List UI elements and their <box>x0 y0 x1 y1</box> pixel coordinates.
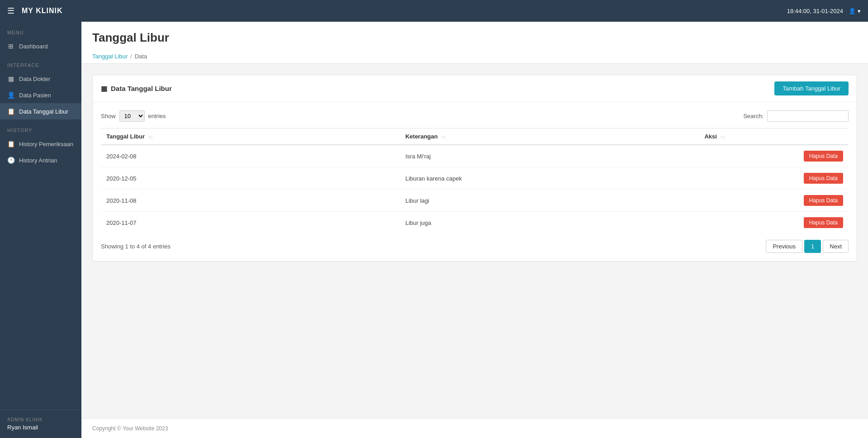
col-tanggal-libur[interactable]: Tanggal Libur ↑↓ <box>101 129 400 145</box>
sidebar-item-history-antrian[interactable]: 🕐History Antrian <box>0 152 81 168</box>
sidebar-item-data-tanggal-libur[interactable]: 📋Data Tanggal Libur <box>0 103 81 119</box>
card-header: ▦ Data Tanggal Libur Tambah Tanggal Libu… <box>93 75 857 102</box>
col-keterangan-sort-icon: ↑↓ <box>441 134 446 139</box>
navbar-right: 18:44:00, 31-01-2024 👤 ▾ <box>787 8 861 14</box>
previous-button[interactable]: Previous <box>766 240 802 253</box>
admin-label: ADMIN KLINIK <box>7 417 74 422</box>
sidebar-item-dashboard[interactable]: ⊞Dashboard <box>0 38 81 54</box>
col-tanggal-libur-label: Tanggal Libur <box>106 133 145 140</box>
cell-tanggal-3: 2020-11-07 <box>101 212 400 234</box>
add-tanggal-libur-button[interactable]: Tambah Tanggal Libur <box>774 81 849 95</box>
sidebar-icon-data-pasien: 👤 <box>7 91 14 99</box>
col-tanggal-libur-sort-icon: ↑↓ <box>148 134 153 139</box>
card-title-text: Data Tanggal Libur <box>111 85 172 92</box>
datetime-display: 18:44:00, 31-01-2024 <box>787 8 843 14</box>
search-box: Search: <box>743 110 849 122</box>
sidebar-item-data-dokter[interactable]: ▦Data Dokter <box>0 71 81 87</box>
sidebar: MENU⊞DashboardINTERFACE▦Data Dokter👤Data… <box>0 22 81 438</box>
next-button[interactable]: Next <box>823 240 849 253</box>
cell-keterangan-3: Libur juga <box>400 212 699 234</box>
table-row: 2020-11-08Libur lagiHapus Data <box>101 190 849 212</box>
cell-keterangan-0: Isra Mi'raj <box>400 145 699 167</box>
layout: MENU⊞DashboardINTERFACE▦Data Dokter👤Data… <box>0 22 868 438</box>
sidebar-label-data-pasien: Data Pasien <box>19 92 51 99</box>
col-aksi-sort-icon: ↑↓ <box>720 134 725 139</box>
table-row: 2020-12-05Liburan karena capekHapus Data <box>101 167 849 190</box>
table-footer: Showing 1 to 4 of 4 entries Previous 1 N… <box>101 240 849 253</box>
cell-tanggal-2: 2020-11-08 <box>101 190 400 212</box>
sidebar-icon-data-tanggal-libur: 📋 <box>7 108 14 115</box>
sidebar-icon-dashboard: ⊞ <box>7 43 14 50</box>
sidebar-icon-data-dokter: ▦ <box>7 75 14 82</box>
hapus-data-button-2[interactable]: Hapus Data <box>804 195 843 206</box>
cell-aksi-3: Hapus Data <box>699 212 849 234</box>
sidebar-label-data-tanggal-libur: Data Tanggal Libur <box>19 108 68 115</box>
breadcrumb: Tanggal Libur / Data <box>92 49 857 63</box>
table-row: 2024-02-08Isra Mi'rajHapus Data <box>101 145 849 167</box>
sidebar-section-label-history: HISTORY <box>0 119 81 136</box>
search-input[interactable] <box>767 110 849 122</box>
card-body: Show 10 25 50 100 entries Search: <box>93 102 857 261</box>
cell-aksi-0: Hapus Data <box>699 145 849 167</box>
table-row: 2020-11-07Libur jugaHapus Data <box>101 212 849 234</box>
admin-name: Ryan Ismail <box>7 424 74 431</box>
col-aksi[interactable]: Aksi ↑↓ <box>699 129 849 145</box>
search-label: Search: <box>743 113 764 119</box>
cell-keterangan-1: Liburan karena capek <box>400 167 699 190</box>
main-card: ▦ Data Tanggal Libur Tambah Tanggal Libu… <box>92 75 857 262</box>
sidebar-label-history-pemeriksaan: History Pemeriksaan <box>19 141 73 148</box>
cell-aksi-1: Hapus Data <box>699 167 849 190</box>
content-area: ▦ Data Tanggal Libur Tambah Tanggal Libu… <box>81 64 868 419</box>
breadcrumb-data: Data <box>135 53 147 60</box>
col-keterangan[interactable]: Keterangan ↑↓ <box>400 129 699 145</box>
sidebar-label-dashboard: Dashboard <box>19 43 48 50</box>
sidebar-icon-history-antrian: 🕐 <box>7 157 14 164</box>
show-entries-control: Show 10 25 50 100 entries <box>101 110 166 122</box>
breadcrumb-separator: / <box>130 53 132 60</box>
show-label: Show <box>101 113 116 119</box>
sidebar-item-data-pasien[interactable]: 👤Data Pasien <box>0 87 81 103</box>
col-aksi-label: Aksi <box>704 133 716 140</box>
sidebar-icon-history-pemeriksaan: 📋 <box>7 140 14 148</box>
sidebar-section-label-interface: INTERFACE <box>0 54 81 71</box>
hamburger-icon[interactable]: ☰ <box>7 6 14 16</box>
hapus-data-button-0[interactable]: Hapus Data <box>804 151 843 162</box>
sidebar-label-data-dokter: Data Dokter <box>19 76 50 82</box>
table-icon: ▦ <box>101 85 107 93</box>
entries-label: entries <box>148 113 166 119</box>
sidebar-item-history-pemeriksaan[interactable]: 📋History Pemeriksaan <box>0 136 81 152</box>
pagination: Previous 1 Next <box>766 240 849 253</box>
table-controls: Show 10 25 50 100 entries Search: <box>101 110 849 122</box>
entries-select[interactable]: 10 25 50 100 <box>119 110 145 122</box>
user-icon: 👤 <box>849 8 856 14</box>
cell-tanggal-1: 2020-12-05 <box>101 167 400 190</box>
table-header-row: Tanggal Libur ↑↓ Keterangan ↑↓ Aksi ↑↓ <box>101 129 849 145</box>
sidebar-footer: ADMIN KLINIK Ryan Ismail <box>0 409 81 438</box>
user-caret-icon: ▾ <box>858 8 861 14</box>
card-title: ▦ Data Tanggal Libur <box>101 85 172 93</box>
table-head: Tanggal Libur ↑↓ Keterangan ↑↓ Aksi ↑↓ <box>101 129 849 145</box>
cell-keterangan-2: Libur lagi <box>400 190 699 212</box>
cell-aksi-2: Hapus Data <box>699 190 849 212</box>
sidebar-label-history-antrian: History Antrian <box>19 157 57 164</box>
table-body: 2024-02-08Isra Mi'rajHapus Data2020-12-0… <box>101 145 849 233</box>
page-header: Tanggal Libur Tanggal Libur / Data <box>81 22 868 64</box>
copyright-text: Copyright © Your Website 2023 <box>92 425 168 432</box>
app-brand: MY KLINIK <box>22 7 787 15</box>
col-keterangan-label: Keterangan <box>405 133 438 140</box>
breadcrumb-tanggal-libur[interactable]: Tanggal Libur <box>92 53 128 60</box>
sidebar-section-label-menu: MENU <box>0 22 81 38</box>
cell-tanggal-0: 2024-02-08 <box>101 145 400 167</box>
user-menu[interactable]: 👤 ▾ <box>849 8 861 14</box>
page-title: Tanggal Libur <box>92 31 857 45</box>
hapus-data-button-3[interactable]: Hapus Data <box>804 217 843 228</box>
data-table: Tanggal Libur ↑↓ Keterangan ↑↓ Aksi ↑↓ <box>101 128 849 233</box>
page-footer: Copyright © Your Website 2023 <box>81 419 868 438</box>
navbar: ☰ MY KLINIK 18:44:00, 31-01-2024 👤 ▾ <box>0 0 868 22</box>
main-content: Tanggal Libur Tanggal Libur / Data ▦ Dat… <box>81 22 868 438</box>
showing-text: Showing 1 to 4 of 4 entries <box>101 243 171 250</box>
hapus-data-button-1[interactable]: Hapus Data <box>804 173 843 184</box>
page-1-button[interactable]: 1 <box>804 240 821 253</box>
